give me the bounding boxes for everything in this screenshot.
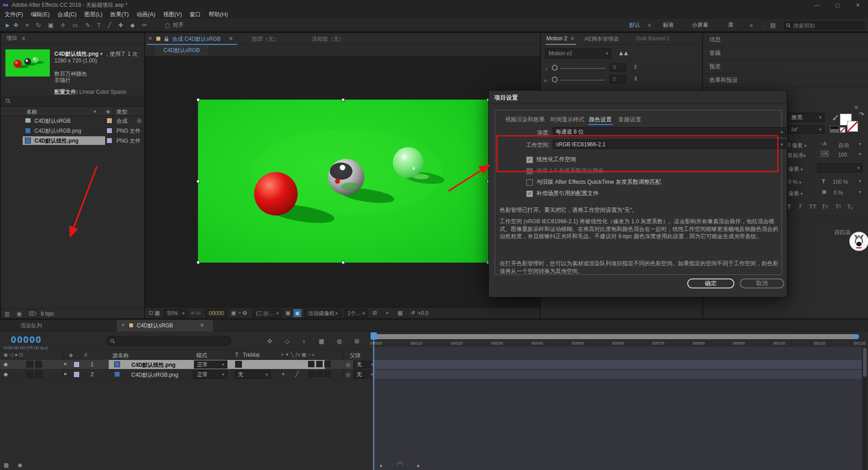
column-name[interactable]: 名称 [26, 108, 37, 116]
project-row-comp[interactable]: C4D默认sRGB 合成 ◎ [1, 116, 144, 126]
mode-column[interactable]: 模式 [196, 352, 207, 360]
layer-label-chip[interactable] [73, 371, 80, 378]
workspace-standard[interactable]: 标准 [663, 21, 674, 29]
eye-icon[interactable]: ◉ [4, 371, 8, 377]
close-button[interactable]: ✕ [848, 2, 868, 8]
tab-info[interactable]: 信息 [703, 33, 868, 47]
layer-bar-1[interactable] [372, 360, 862, 369]
baseline-unit[interactable]: 像素 ▾ [788, 165, 803, 173]
tracking-value[interactable]: 100 [838, 152, 847, 158]
menu-file[interactable]: 文件(F) [5, 11, 23, 19]
flowchart-tab[interactable]: 流程图（无） [312, 35, 344, 43]
dialog-tab-color[interactable]: 颜色设置 [589, 116, 612, 124]
blend-gamma-checkbox[interactable]: ✓使用 1.0 灰度系数混合颜色 [526, 167, 604, 175]
anchor-switch-icon[interactable]: ⌖ [282, 371, 285, 377]
tab-menu-icon[interactable]: ≡ [200, 322, 203, 328]
workspace-select[interactable]: sRGB IEC61966-2.1▾ [553, 139, 786, 149]
no-fill-chip[interactable] [840, 127, 845, 133]
tab-duik-bassel[interactable]: Duik Bassel.1 [636, 35, 669, 42]
tab-effects-presets[interactable]: 效果和预设 [703, 74, 868, 87]
vscrollbar-handle[interactable] [863, 348, 867, 377]
project-footer-icons[interactable]: ▥ ▣ ⌦ [5, 311, 39, 317]
comp-tab-title[interactable]: 合成 C4D默认sRGB [172, 35, 221, 43]
comp-subtab[interactable]: C4D默认sRGB [156, 46, 207, 55]
viewer-capture-icons[interactable]: ▣ ◔ ✿ [231, 310, 247, 316]
zoom-in-icon[interactable]: ▴ [417, 462, 420, 468]
layer-tab[interactable]: 图层（无） [252, 35, 279, 43]
slider-knob[interactable] [552, 77, 558, 82]
menu-effect[interactable]: 效果(T) [110, 11, 129, 19]
label-chip[interactable] [106, 118, 112, 124]
playhead-line[interactable] [373, 340, 374, 470]
style-italic[interactable]: T [798, 203, 802, 210]
selection-handle[interactable] [342, 98, 345, 101]
timeline-header-icons[interactable]: ✣ ◇ ♁ ▦ ◍ ⊞ [267, 338, 365, 345]
swap-colors-icon[interactable]: ↷ [859, 111, 864, 118]
viewer-camera-select[interactable]: 活动摄像机▾ [304, 309, 341, 317]
label-chip[interactable] [106, 138, 112, 144]
style-allcaps[interactable]: TT [809, 203, 816, 210]
tab-tracker[interactable]: 跟踪器 [834, 229, 851, 236]
viewer-snapshot-icons[interactable]: ⊡ ▦ [149, 310, 160, 316]
kerning-value[interactable]: 量标准▾ [787, 152, 806, 159]
bw-swatch2[interactable] [830, 129, 839, 133]
comp-tab-close-icon[interactable]: × [149, 35, 152, 42]
blend-mode-select[interactable]: 正常▾ [194, 370, 227, 379]
transparency-grid-icon[interactable]: ▦ [294, 309, 301, 317]
legacy-quicktime-checkbox[interactable]: 与旧版 After Effects QuickTime 灰度系数调整匹配 [526, 178, 661, 186]
stroke-color-swatch[interactable] [847, 121, 858, 132]
timeline-comp-tab[interactable]: × C4D默认sRGB ≡ [117, 320, 213, 331]
slider2-value[interactable]: 0 [610, 75, 626, 83]
rocket-icon[interactable]: ⇧ [633, 64, 638, 70]
viewer-grid-icons[interactable]: ⌗ ▭ [191, 310, 201, 316]
maximize-button[interactable]: ▢ [827, 2, 848, 8]
eyedropper-icon[interactable] [832, 114, 838, 120]
tab-close-icon[interactable]: × [121, 321, 125, 328]
source-name-column[interactable]: 源名称 [112, 352, 129, 360]
menu-help[interactable]: 帮助(H) [209, 11, 228, 19]
render-queue-tab[interactable]: 渲染队列 [20, 322, 42, 330]
spacing-value[interactable]: 0 % [834, 190, 843, 196]
workspace-default[interactable]: 默认 [629, 21, 640, 29]
parent-pickwhip-icon[interactable]: ◎ [346, 371, 350, 378]
panel-menu-icon[interactable]: ≡ [22, 35, 25, 42]
comp-tab-menu-icon[interactable]: ≡ [229, 35, 232, 42]
rasterize-switch-icon[interactable]: ╱ [295, 371, 299, 377]
twirl-icon[interactable]: ▶ [64, 372, 67, 376]
playhead-handle[interactable] [371, 332, 377, 340]
style-subscript[interactable]: T₁ [847, 203, 853, 210]
zoom-slider-icon[interactable]: ◠ [397, 460, 403, 469]
anchor-switch-icon[interactable]: ⌖ [282, 361, 285, 367]
project-bpc-label[interactable]: 8 bpc [41, 311, 54, 317]
layer-row-1[interactable]: ◉ ▶ 1 C4D默认线性.png 正常▾ ⌖ ╱ ◎ 无▾ [0, 360, 377, 369]
menu-edit[interactable]: 编辑(E) [31, 11, 50, 19]
blend-mode-select[interactable]: 正常▾ [194, 360, 227, 369]
selection-handle[interactable] [342, 261, 345, 264]
layer-name[interactable]: C4D默认线性.png [131, 361, 175, 369]
toolbar-tool-icons[interactable]: ✥ ⌖ ↻ ▣ ✛ ▭ ✎ T ╱ ✚ ◆ ✑ [14, 22, 149, 29]
tab-preview[interactable]: 预览 [703, 60, 868, 74]
viewer-views-select[interactable]: 1个...▾ [344, 309, 368, 317]
layer-bar-2[interactable] [372, 370, 862, 379]
trkmat-select[interactable]: 无▾ [235, 370, 271, 379]
comp-label-chip[interactable] [156, 36, 161, 41]
style-bold[interactable]: T [787, 203, 791, 210]
baseline-select[interactable]: ▾ [817, 163, 863, 173]
motion-preset-select[interactable]: Motion v2▾ [545, 48, 611, 58]
style-superscript[interactable]: T¹ [835, 203, 841, 210]
viewer-resolution-select[interactable]: (二分...▾ [253, 309, 282, 317]
project-row-srgb-png[interactable]: C4D默认sRGB.png PNG 文件 [1, 126, 144, 136]
align-checkbox-icon[interactable]: ▢ [165, 22, 170, 29]
linearize-checkbox[interactable]: ✓线性化工作空间 [526, 156, 576, 163]
trkmat-column[interactable]: TrkMat [243, 352, 260, 358]
timeline-search-input[interactable] [115, 338, 165, 344]
menu-view[interactable]: 视图(V) [163, 11, 182, 19]
project-row-linear-png[interactable]: C4D默认线性.png PNG 文件 [1, 136, 144, 146]
viewer-timecode[interactable]: 00000 [206, 309, 227, 317]
tab-motion2[interactable]: Motion 2 [546, 35, 567, 42]
ok-button[interactable]: 确定 [687, 278, 734, 288]
project-search-input[interactable] [11, 98, 61, 104]
project-tab-label[interactable]: 项目 [6, 34, 17, 42]
font-size-value[interactable]: 0 像素 ▾ [787, 142, 806, 149]
sort-icon[interactable]: ▲ [93, 109, 97, 113]
